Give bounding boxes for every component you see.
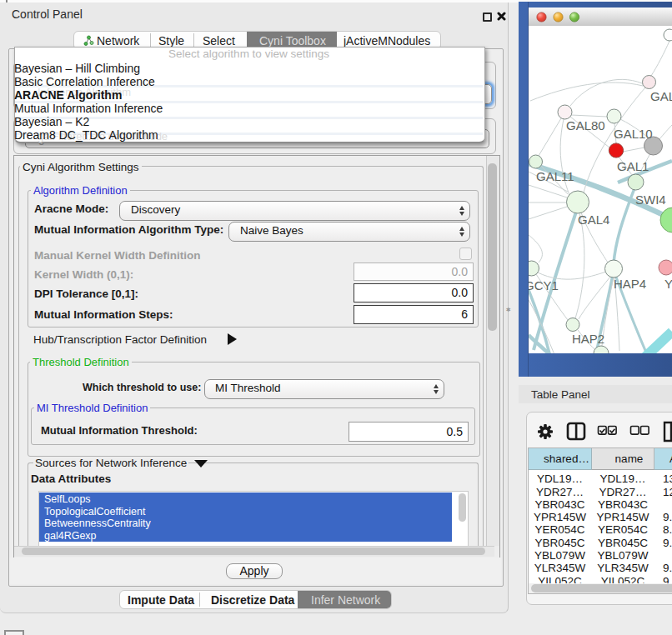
svg-text:SWI4: SWI4 — [635, 192, 666, 207]
svg-text:YJL: YJL — [664, 277, 672, 291]
svg-text:GAL1: GAL1 — [617, 159, 649, 173]
svg-text:GAL11: GAL11 — [536, 169, 574, 183]
svg-text:GAL2: GAL2 — [650, 89, 672, 103]
svg-text:GAL4: GAL4 — [578, 212, 609, 227]
svg-text:GAL80: GAL80 — [566, 118, 605, 132]
svg-text:GAL10: GAL10 — [614, 127, 653, 141]
svg-text:GCY1: GCY1 — [529, 278, 559, 292]
svg-text:HAP4: HAP4 — [614, 277, 646, 291]
svg-text:HAP2: HAP2 — [572, 332, 604, 346]
